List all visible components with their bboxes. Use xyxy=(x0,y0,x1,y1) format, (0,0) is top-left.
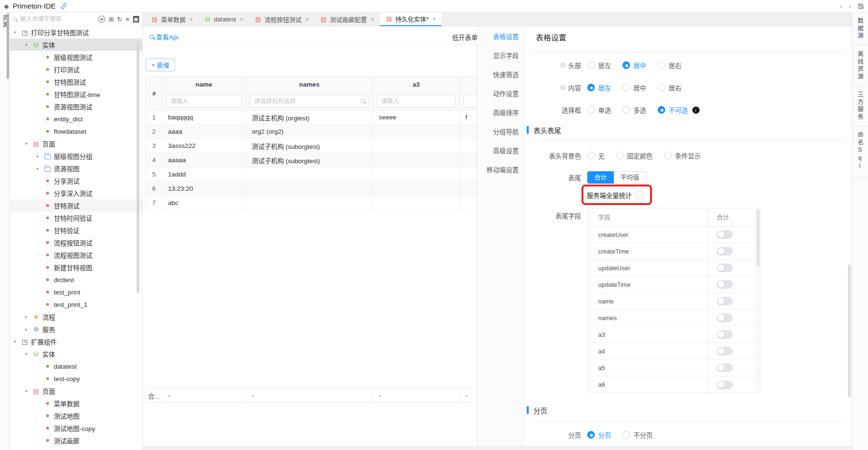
view-api-link[interactable]: 查看Api xyxy=(149,32,178,41)
filter-search-icon[interactable] xyxy=(361,99,365,103)
lowcode-form-label[interactable]: 低开表单 xyxy=(452,32,477,42)
close-tab-icon[interactable] xyxy=(240,16,244,23)
editor-tab[interactable]: 流程按钮测试 xyxy=(249,12,315,26)
tree-item[interactable]: dicttest xyxy=(10,274,142,286)
settings-menu-item[interactable]: 动作设置 xyxy=(477,85,523,104)
tree-item[interactable]: 测试地图-copy xyxy=(10,422,142,434)
panel-scrollbar[interactable] xyxy=(848,264,851,397)
radio-option[interactable]: 单选 xyxy=(587,105,611,115)
radio-option[interactable]: 不可选 xyxy=(658,105,700,115)
fields-scrollbar[interactable] xyxy=(756,208,760,392)
sidebar-scrollbar-left[interactable] xyxy=(7,13,9,79)
search-input[interactable] xyxy=(20,16,95,22)
add-row-button[interactable]: + 新增 xyxy=(146,59,175,71)
tree-item[interactable]: 流程视图测试 xyxy=(10,249,142,261)
tree-item[interactable]: 打印测试 xyxy=(10,63,142,76)
radio-option[interactable]: 条件显示 xyxy=(664,151,701,160)
server-stat-checkbox[interactable] xyxy=(636,191,643,199)
sum-toggle[interactable] xyxy=(717,230,733,239)
tree-item[interactable]: test_print_1 xyxy=(10,298,142,311)
table-row[interactable]: 4aaaaa测试子机构 (suborgtest) xyxy=(146,153,477,167)
right-strip-tab[interactable]: 离线资源 xyxy=(852,46,868,86)
close-tab-icon[interactable] xyxy=(305,16,309,23)
tree-item[interactable]: 菜单数据 xyxy=(10,397,142,410)
sum-toggle[interactable] xyxy=(717,297,733,305)
tree-arrow-icon[interactable] xyxy=(25,141,32,146)
sum-toggle[interactable] xyxy=(717,330,733,339)
nav-back-icon[interactable]: ‹ xyxy=(840,2,842,10)
tree-item[interactable]: 新建甘特视图 xyxy=(10,261,142,274)
editor-tab[interactable]: datatest xyxy=(199,12,249,26)
editor-tab[interactable]: 菜单数据 xyxy=(146,12,199,26)
package-add-icon[interactable]: ⊞ xyxy=(108,16,114,23)
editor-tab[interactable]: 持久化实体* xyxy=(380,12,442,26)
close-tab-icon[interactable] xyxy=(189,16,193,23)
refresh-icon[interactable]: ↻ xyxy=(117,16,122,23)
tree-item[interactable]: 分享测试 xyxy=(10,175,142,187)
settings-menu-item[interactable]: 快速筛选 xyxy=(477,66,523,85)
filter-input[interactable] xyxy=(166,95,242,108)
tree-item[interactable]: 流程 xyxy=(10,311,142,323)
nav-forward-icon[interactable]: › xyxy=(848,2,851,10)
tree-item[interactable]: 页面 xyxy=(10,385,142,397)
radio-option[interactable]: 多选 xyxy=(622,105,646,115)
tree-item[interactable]: 扩展组件 xyxy=(10,335,142,348)
tree-scrollbar[interactable] xyxy=(137,41,139,293)
tree-item[interactable]: flowdataset xyxy=(10,125,142,137)
footer-mode-tab[interactable]: 平均值 xyxy=(614,171,646,184)
radio-option[interactable]: 居左 xyxy=(587,83,611,92)
editor-tab[interactable]: 测试画廊配置 xyxy=(315,12,380,26)
settings-menu-item[interactable]: 高级排序 xyxy=(477,104,523,123)
sum-toggle[interactable] xyxy=(717,264,733,272)
right-strip-tab[interactable]: 数据源 xyxy=(852,12,868,46)
save-icon[interactable] xyxy=(858,3,864,10)
filter-input[interactable] xyxy=(464,95,477,108)
tree-arrow-icon[interactable] xyxy=(37,166,43,171)
right-strip-tab[interactable]: 命名Sql xyxy=(852,127,868,176)
tree-item[interactable]: 甘特图测试 xyxy=(10,76,142,88)
close-tab-icon[interactable] xyxy=(371,16,375,23)
tree-item[interactable]: datatest xyxy=(10,360,142,372)
tree-item[interactable]: 测试画廊 xyxy=(10,434,142,446)
settings-menu-item[interactable]: 分组导航 xyxy=(477,123,523,142)
tree-arrow-icon[interactable] xyxy=(14,30,20,35)
info-icon[interactable] xyxy=(692,107,700,114)
radio-option[interactable]: 居左 xyxy=(587,60,611,70)
tree-item[interactable]: 实体 xyxy=(10,348,142,360)
settings-menu-item[interactable]: 表格设置 xyxy=(477,28,523,47)
settings-menu-item[interactable]: 移动端设置 xyxy=(477,161,523,180)
tree-item[interactable]: 页面 xyxy=(10,137,142,150)
tree-arrow-icon[interactable] xyxy=(37,154,43,158)
tree-arrow-icon[interactable] xyxy=(25,389,32,393)
tree-arrow-icon[interactable] xyxy=(25,314,32,319)
column-header[interactable]: name xyxy=(162,77,246,93)
sum-toggle[interactable] xyxy=(717,381,733,389)
sum-toggle[interactable] xyxy=(717,313,733,322)
filter-input[interactable] xyxy=(250,95,369,108)
radio-option[interactable]: 居右 xyxy=(658,83,681,92)
radio-option[interactable]: 居中 xyxy=(622,83,646,92)
footer-mode-tab[interactable]: 合计 xyxy=(587,171,614,184)
table-row[interactable]: 613:23:20 xyxy=(146,182,477,196)
tree-item[interactable]: 甘特验证 xyxy=(10,224,142,236)
sum-toggle[interactable] xyxy=(717,280,733,289)
sum-toggle[interactable] xyxy=(717,347,733,355)
table-row[interactable]: 33asss222测试子机构 (suborgtest) xyxy=(146,139,477,153)
right-strip-tab[interactable]: 三方服务 xyxy=(852,86,868,127)
tree-arrow-icon[interactable] xyxy=(25,352,32,356)
radio-option[interactable]: 居中 xyxy=(622,60,646,70)
sum-toggle[interactable] xyxy=(717,363,733,372)
table-row[interactable]: 51addd xyxy=(146,167,477,182)
tree-item[interactable]: 打印分享甘特图测试 xyxy=(10,26,142,39)
tree-item[interactable]: 流程按钮测试 xyxy=(10,236,142,249)
settings-menu-item[interactable]: 显示字段 xyxy=(477,47,523,66)
filter-input[interactable] xyxy=(377,95,455,108)
radio-option[interactable]: 无 xyxy=(587,151,605,160)
tree-item[interactable]: 实体 xyxy=(10,39,142,51)
column-header[interactable]: names xyxy=(246,77,373,93)
tree-arrow-icon[interactable] xyxy=(14,339,20,344)
sum-toggle[interactable] xyxy=(717,247,733,255)
close-tab-icon[interactable] xyxy=(433,15,436,22)
column-header[interactable]: a3 xyxy=(373,77,459,93)
tree-arrow-icon[interactable] xyxy=(25,327,32,332)
